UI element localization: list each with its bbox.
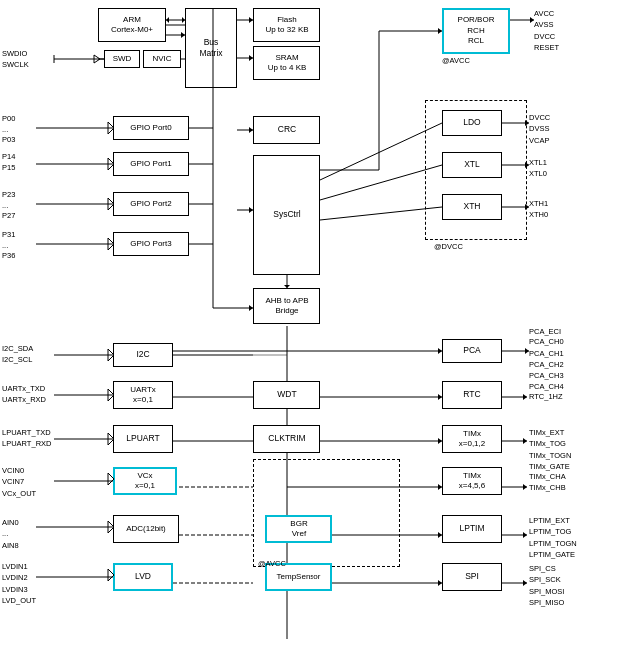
gpio1-label: GPIO Port1 (130, 159, 171, 169)
xth-out-label: XTH1XTH0 (529, 198, 548, 221)
crc-block: CRC (253, 116, 320, 144)
avcc-dashed-box (253, 459, 400, 567)
timx456-block: TIMxx=4,5,6 (442, 467, 502, 495)
swd-block: SWD (104, 50, 140, 68)
xtl-block: XTL (442, 152, 502, 178)
porbor-block: POR/BORRCHRCL (442, 8, 510, 54)
tempsensor-label: TempSensor (277, 572, 321, 582)
svg-marker-94 (166, 17, 169, 23)
ahb-apb-block: AHB to APBBridge (253, 288, 320, 324)
spi-label: SPI (465, 571, 479, 582)
timx012-block: TIMxx=0,1,2 (442, 425, 502, 453)
arm-core-block: ARMCortex-M0+ (98, 8, 166, 42)
gpio0-label: GPIO Port0 (130, 123, 171, 133)
dvcc-out-label: DVCCDVSSVCAP (529, 112, 550, 146)
p00-p03-label: P00...P03 (2, 114, 15, 146)
pca-out-label: PCA_ECIPCA_CH0PCA_CH1PCA_CH2PCA_CH3PCA_C… (529, 326, 564, 393)
wdt-label: WDT (277, 389, 296, 400)
sram-block: SRAMUp to 4 KB (253, 46, 320, 80)
lptim-out-label: LPTIM_EXTLPTIM_TOGLPTIM_TOGNLPTIM_GATE (529, 515, 577, 560)
gpio1-block: GPIO Port1 (113, 152, 189, 176)
p14-p15-label: P14P15 (2, 152, 15, 173)
vcx-block: VCxx=0,1 (113, 467, 177, 495)
i2c-in-label: I2C_SDAI2C_SCL (2, 343, 33, 366)
avcc-box-label: @AVCC (258, 559, 286, 570)
lpuart-block: LPUART (113, 425, 173, 453)
gpio0-block: GPIO Port0 (113, 116, 189, 140)
svg-marker-61 (523, 394, 527, 400)
timx012-out-label: TIMx_EXTTIMx_TOGTIMx_TOGNTIMx_GATE (529, 427, 571, 472)
svg-marker-70 (94, 55, 100, 63)
xth-label: XTH (464, 201, 481, 212)
lvd-label: LVD (135, 571, 151, 582)
pca-label: PCA (463, 345, 480, 356)
lpuart-label: LPUART (126, 433, 159, 444)
lptim-block: LPTIM (442, 515, 502, 543)
bgr-block: BGRVref (265, 515, 332, 543)
rtc-out-label: RTC_1HZ (529, 392, 563, 403)
gpio2-block: GPIO Port2 (113, 192, 189, 216)
ain-in-label: AIN0...AIN8 (2, 517, 19, 551)
lvdin-in-label: LVDIN1LVDIN2LVDIN3LVD_OUT (2, 561, 36, 606)
ldo-label: LDO (463, 117, 480, 128)
uartx-in-label: UARTx_TXDUARTx_RXD (2, 383, 46, 406)
flash-block: FlashUp to 32 KB (253, 8, 320, 42)
i2c-block: I2C (113, 343, 173, 367)
svg-marker-65 (523, 484, 527, 490)
arm-core-label: ARMCortex-M0+ (111, 15, 153, 36)
gpio3-block: GPIO Port3 (113, 232, 189, 256)
ldo-block: LDO (442, 110, 502, 136)
vcin-in-label: VCIN0VCIN7VCx_OUT (2, 465, 36, 499)
lptim-label: LPTIM (459, 523, 484, 534)
uartx-label: UARTxx=0,1 (130, 385, 156, 406)
svg-marker-63 (523, 438, 527, 444)
ahb-apb-label: AHB to APBBridge (265, 296, 308, 317)
spi-out-label: SPI_CSSPI_SCKSPI_MOSISPI_MISO (529, 563, 564, 608)
p31-p36-label: P31...P36 (2, 230, 15, 262)
timx456-out-label: TIMx_CHATIMx_CHB (529, 471, 566, 494)
clktrim-block: CLKTRIM (253, 425, 320, 453)
nvic-label: NVIC (152, 54, 171, 64)
sysctrl-block: SysCtrl (253, 155, 320, 275)
bgr-label: BGRVref (290, 519, 307, 540)
timx012-label: TIMxx=0,1,2 (459, 429, 485, 450)
timx456-label: TIMxx=4,5,6 (459, 471, 485, 492)
swdio-swclk-label: SWDIOSWCLK (2, 48, 29, 71)
svg-line-21 (320, 123, 442, 180)
spi-block: SPI (442, 563, 502, 591)
lpuart-in-label: LPUART_TXDLPUART_RXD (2, 427, 51, 450)
rtc-block: RTC (442, 381, 502, 409)
i2c-label: I2C (136, 349, 149, 360)
avcc-out-label: AVCCAVSSDVCCRESET (534, 8, 559, 53)
xth-block: XTH (442, 194, 502, 220)
pca-block: PCA (442, 339, 502, 363)
block-diagram: ARMCortex-M0+ BusMatrix FlashUp to 32 KB… (0, 0, 627, 672)
swd-label: SWD (113, 54, 132, 64)
bus-matrix-block: BusMatrix (185, 8, 237, 88)
sysctrl-label: SysCtrl (273, 209, 300, 220)
bus-matrix-label: BusMatrix (199, 37, 222, 59)
uartx-block: UARTxx=0,1 (113, 381, 173, 409)
porbor-label: POR/BORRCHRCL (458, 15, 495, 46)
sram-label: SRAMUp to 4 KB (268, 53, 307, 74)
p23-p27-label: P23...P27 (2, 190, 15, 222)
adc-block: ADC(12bit) (113, 515, 179, 543)
svg-marker-69 (523, 580, 527, 586)
dvcc-at-label: @DVCC (434, 242, 463, 253)
gpio3-label: GPIO Port3 (130, 239, 171, 249)
svg-marker-67 (523, 532, 527, 538)
svg-line-23 (320, 207, 442, 220)
crc-label: CRC (278, 124, 296, 135)
clktrim-label: CLKTRIM (268, 433, 305, 444)
wdt-block: WDT (253, 381, 320, 409)
xtl-label: XTL (464, 159, 480, 170)
avcc-at-label: @AVCC (442, 56, 470, 67)
rtc-label: RTC (463, 389, 480, 400)
nvic-block: NVIC (143, 50, 181, 68)
lvd-block: LVD (113, 563, 173, 591)
adc-label: ADC(12bit) (126, 524, 166, 534)
xtl-out-label: XTL1XTL0 (529, 157, 547, 180)
svg-line-22 (320, 165, 442, 200)
gpio2-label: GPIO Port2 (130, 199, 171, 209)
vcx-label: VCxx=0,1 (135, 471, 155, 492)
